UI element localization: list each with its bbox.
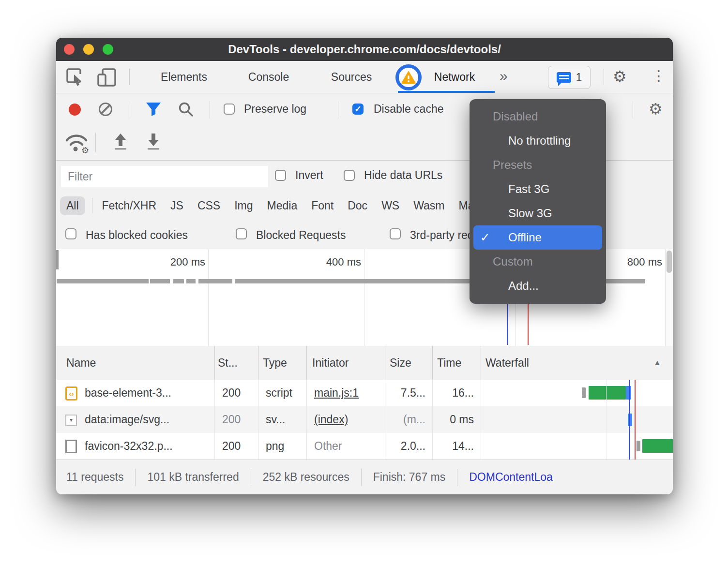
menu-item-offline[interactable]: ✓ Offline — [473, 225, 602, 250]
check-icon: ✓ — [480, 225, 490, 250]
chip-wasm[interactable]: Wasm — [413, 199, 444, 212]
column-header-waterfall[interactable]: Waterfall — [485, 346, 529, 380]
chip-ws[interactable]: WS — [381, 199, 399, 212]
gridline-400ms — [364, 249, 364, 346]
script-glyph: ‹› — [69, 389, 74, 398]
more-tabs-icon[interactable]: » — [500, 61, 508, 93]
menu-header-custom: Custom — [470, 250, 606, 274]
resources-size: 252 kB resources — [263, 471, 349, 484]
overview-left-handle[interactable] — [56, 250, 59, 269]
inspect-element-icon[interactable] — [66, 68, 85, 89]
throttling-dropdown-menu: Disabled No throttling Presets Fast 3G S… — [470, 99, 606, 304]
image-file-icon — [65, 440, 77, 453]
status-separator — [361, 469, 362, 486]
column-header-name[interactable]: Name — [66, 346, 96, 380]
menu-item-fast-3g[interactable]: Fast 3G — [470, 177, 606, 201]
network-settings-gear-icon[interactable]: ⚙ — [649, 101, 663, 117]
overview-bar-segment — [173, 279, 184, 283]
request-name[interactable]: favicon-32x32.p... — [85, 433, 211, 460]
request-name[interactable]: base-element-3... — [85, 380, 211, 406]
tabbar-separator — [129, 69, 130, 85]
overview-bar-segment — [198, 279, 232, 283]
waterfall-waiting-bar — [589, 386, 626, 400]
waterfall-waiting-bar — [642, 439, 673, 453]
toolbar-separator — [210, 101, 210, 119]
blocked-requests-checkbox[interactable] — [236, 228, 247, 239]
column-header-status[interactable]: St... — [218, 346, 238, 380]
import-har-icon[interactable] — [112, 133, 129, 153]
waterfall-download-bar — [626, 386, 631, 400]
column-header-type[interactable]: Type — [263, 346, 287, 380]
image-glyph: ▾ — [70, 416, 73, 423]
column-separator — [385, 380, 385, 460]
screenshot: DevTools - developer.chrome.com/docs/dev… — [0, 0, 728, 564]
overview-scrollbar[interactable] — [665, 249, 673, 346]
issues-bubble-icon — [557, 72, 571, 83]
table-row[interactable]: favicon-32x32.p... 200 png Other 2.0... … — [56, 433, 673, 460]
request-initiator-link[interactable]: (index) — [314, 406, 348, 433]
filter-funnel-icon[interactable] — [145, 102, 162, 119]
disable-cache-label[interactable]: Disable cache — [374, 103, 443, 116]
close-window-button[interactable] — [64, 44, 75, 55]
table-row[interactable]: ‹› base-element-3... 200 script main.js:… — [56, 380, 673, 406]
tab-sources[interactable]: Sources — [320, 61, 383, 93]
minimize-window-button[interactable] — [83, 44, 94, 55]
clear-network-log-icon[interactable] — [99, 103, 112, 116]
chip-all[interactable]: All — [60, 196, 85, 215]
chip-fetch-xhr[interactable]: Fetch/XHR — [102, 199, 156, 212]
network-conditions-icon[interactable]: ⚙ — [63, 132, 91, 156]
request-time: 0 ms — [432, 406, 474, 433]
tabbar-separator-2 — [604, 69, 604, 85]
blocked-requests-label[interactable]: Blocked Requests — [256, 229, 346, 242]
export-har-icon[interactable] — [145, 133, 162, 153]
chip-css[interactable]: CSS — [197, 199, 220, 212]
has-blocked-cookies-checkbox[interactable] — [65, 228, 76, 239]
menu-item-slow-3g[interactable]: Slow 3G — [470, 201, 606, 225]
column-header-initiator[interactable]: Initiator — [312, 346, 349, 380]
tab-network[interactable]: Network — [421, 61, 488, 93]
table-row[interactable]: ▾ data:image/svg... 200 sv... (index) (m… — [56, 406, 673, 433]
status-separator — [457, 469, 457, 486]
tab-console[interactable]: Console — [237, 61, 300, 93]
chip-media[interactable]: Media — [267, 199, 298, 212]
menu-item-add[interactable]: Add... — [470, 274, 606, 298]
timeline-label-800ms: 800 ms — [627, 256, 662, 268]
third-party-checkbox[interactable] — [390, 228, 401, 239]
zoom-window-button[interactable] — [103, 44, 113, 55]
preserve-log-label[interactable]: Preserve log — [244, 103, 306, 116]
issues-count: 1 — [576, 71, 582, 84]
invert-checkbox[interactable] — [275, 170, 286, 181]
transferred-size: 101 kB transferred — [147, 471, 239, 484]
hide-data-urls-checkbox[interactable] — [344, 170, 355, 181]
scrollbar-thumb[interactable] — [667, 251, 672, 273]
has-blocked-cookies-label[interactable]: Has blocked cookies — [86, 229, 188, 242]
search-icon[interactable] — [178, 102, 194, 119]
disable-cache-checkbox[interactable]: ✓ — [352, 104, 364, 115]
request-name[interactable]: data:image/svg... — [85, 406, 211, 433]
request-status: 200 — [222, 433, 241, 460]
menu-item-no-throttling[interactable]: No throttling — [470, 129, 606, 153]
request-initiator-link[interactable]: main.js:1 — [314, 380, 359, 406]
toolbar-separator — [130, 101, 130, 119]
chip-font[interactable]: Font — [311, 199, 334, 212]
chip-js[interactable]: JS — [170, 199, 183, 212]
toggle-device-toolbar-icon[interactable] — [97, 68, 117, 89]
invert-label[interactable]: Invert — [295, 169, 323, 182]
network-warning-highlight-ring — [395, 64, 422, 90]
column-separator — [214, 380, 215, 460]
status-separator — [251, 469, 251, 486]
waterfall-gridline — [606, 380, 607, 460]
chip-doc[interactable]: Doc — [348, 199, 367, 212]
filter-input[interactable] — [61, 166, 268, 187]
column-header-size[interactable]: Size — [390, 346, 411, 380]
preserve-log-checkbox[interactable] — [224, 104, 235, 115]
sort-ascending-icon[interactable]: ▲ — [653, 346, 661, 380]
column-header-time[interactable]: Time — [437, 346, 461, 380]
tab-elements[interactable]: Elements — [152, 61, 215, 93]
chip-img[interactable]: Img — [234, 199, 253, 212]
record-network-log-button[interactable] — [69, 104, 81, 116]
issues-button[interactable]: 1 — [548, 66, 591, 89]
settings-gear-icon[interactable]: ⚙ — [613, 69, 627, 84]
hide-data-urls-label[interactable]: Hide data URLs — [364, 169, 442, 182]
more-options-icon[interactable]: ⋮ — [652, 69, 666, 83]
